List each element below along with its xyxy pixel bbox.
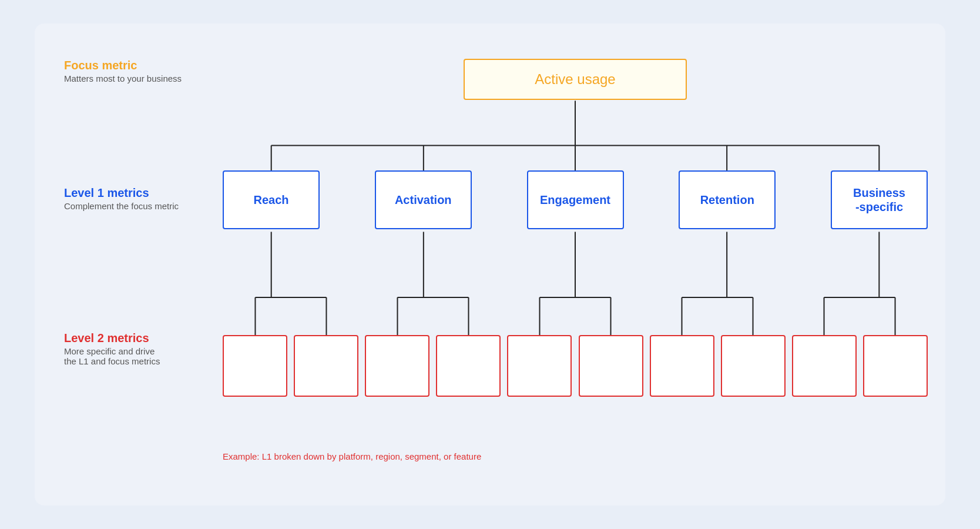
l1-metrics-subtitle: Complement the focus metric — [64, 201, 182, 211]
l1-label-block: Level 1 metrics Complement the focus met… — [64, 186, 182, 211]
l1-business-specific-label: Business-specific — [853, 186, 905, 214]
left-labels: Focus metric Matters most to your busine… — [64, 59, 182, 366]
l2-box-1 — [223, 335, 287, 397]
focus-metric-label: Active usage — [535, 71, 615, 88]
l1-metrics-title: Level 1 metrics — [64, 186, 182, 200]
l1-metrics-row: Reach Activation Engagement Retention Bu… — [223, 170, 928, 229]
l2-box-4 — [436, 335, 501, 397]
l2-metrics-title: Level 2 metrics — [64, 332, 182, 345]
l2-box-3 — [365, 335, 429, 397]
example-note: Example: L1 broken down by platform, reg… — [223, 451, 481, 461]
l1-engagement-label: Engagement — [540, 193, 610, 207]
focus-metric-title: Focus metric — [64, 59, 182, 72]
l1-retention-label: Retention — [700, 193, 754, 207]
page-container: Focus metric Matters most to your busine… — [35, 24, 945, 505]
l2-box-9 — [792, 335, 857, 397]
l2-box-7 — [650, 335, 714, 397]
connector-lines — [223, 41, 928, 470]
l2-box-5 — [507, 335, 572, 397]
l1-reach-label: Reach — [253, 193, 288, 207]
l2-box-8 — [721, 335, 786, 397]
l1-box-reach: Reach — [223, 170, 320, 229]
tree-diagram: Active usage Reach Activation Engagement… — [223, 41, 928, 470]
l2-label-block: Level 2 metrics More specific and drive … — [64, 332, 182, 366]
l2-metrics-row — [223, 335, 928, 397]
l2-box-10 — [863, 335, 928, 397]
l2-box-2 — [294, 335, 358, 397]
l1-box-retention: Retention — [679, 170, 776, 229]
l2-box-6 — [579, 335, 643, 397]
focus-label-block: Focus metric Matters most to your busine… — [64, 59, 182, 83]
l1-activation-label: Activation — [395, 193, 452, 207]
l1-box-business-specific: Business-specific — [831, 170, 928, 229]
l1-box-activation: Activation — [375, 170, 472, 229]
l2-metrics-subtitle-1: More specific and drive the L1 and focus… — [64, 346, 182, 366]
focus-metric-subtitle: Matters most to your business — [64, 73, 182, 83]
l1-box-engagement: Engagement — [527, 170, 624, 229]
focus-metric-box: Active usage — [464, 59, 687, 100]
